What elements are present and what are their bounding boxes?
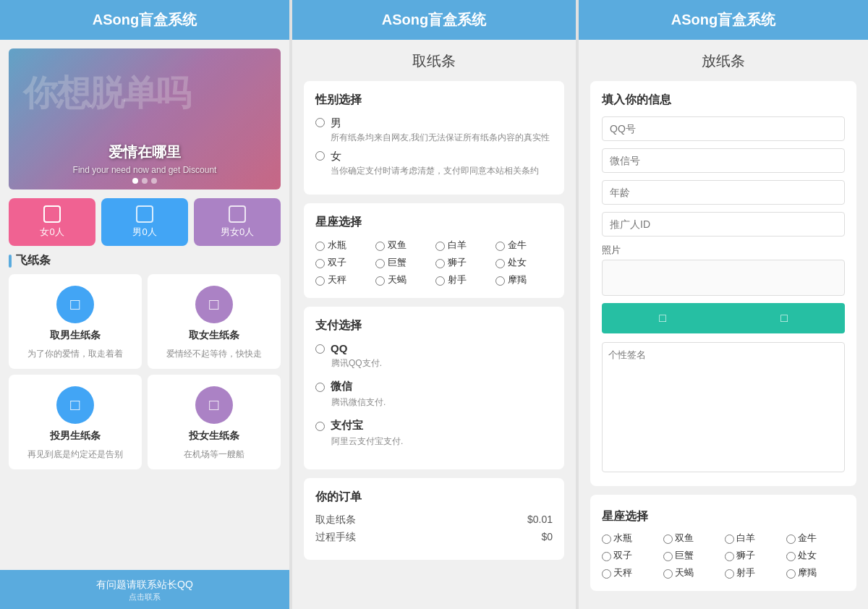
zodiac-right-radio-8[interactable] [602, 569, 611, 579]
banner-dot-2 [142, 178, 148, 184]
pay-wechat: 微信 腾讯微信支付. [315, 380, 553, 409]
zodiac-right-label-3: 金牛 [798, 532, 817, 545]
action-card-0[interactable]: □ 取男生纸条 为了你的爱情，取走着着 [9, 274, 142, 369]
age-field[interactable] [602, 180, 845, 205]
gender-female-label: 女 [331, 150, 539, 163]
zodiac-right-label-7: 处女 [798, 549, 817, 562]
zodiac-right-item-10: 射手 [725, 566, 783, 579]
left-body: 你想脱单吗 爱情在哪里 Find your need now and get D… [0, 40, 289, 570]
order-card-title: 你的订单 [315, 490, 553, 505]
btn-row: □ □ [602, 303, 845, 333]
zodiac-mid-radio-3[interactable] [495, 242, 505, 251]
zodiac-right-label-0: 水瓶 [613, 532, 632, 545]
zodiac-right-radio-1[interactable] [663, 535, 673, 544]
action-card-2[interactable]: □ 投男生纸条 再见到底是约定还是告别 [9, 375, 142, 469]
right-panel: ASong盲盒系统 放纸条 填入你的信息 照片 □ □ 星座选择 水瓶双鱼白羊金… [579, 0, 868, 609]
zodiac-right-radio-11[interactable] [786, 569, 796, 579]
stat-female-icon [43, 205, 61, 223]
stat-female[interactable]: 女0人 [9, 198, 95, 246]
gender-card-title: 性别选择 [315, 93, 553, 108]
zodiac-mid-radio-7[interactable] [495, 259, 505, 268]
pay-wechat-radio[interactable] [315, 383, 325, 392]
action-desc-2: 再见到底是约定还是告别 [27, 448, 123, 461]
zodiac-mid-radio-5[interactable] [375, 259, 385, 268]
action-grid: □ 取男生纸条 为了你的爱情，取走着着 □ 取女生纸条 爱情经不起等待，快快走 … [9, 274, 281, 469]
zodiac-right-label-4: 双子 [613, 549, 632, 562]
action-icon-0: □ [56, 286, 94, 323]
zodiac-right-radio-4[interactable] [602, 552, 611, 561]
zodiac-mid-radio-4[interactable] [315, 259, 325, 268]
zodiac-mid-item-8: 天秤 [315, 273, 373, 286]
gender-male-label-group: 男 所有纸条均来自网友,我们无法保证所有纸条内容的真实性 [331, 116, 550, 144]
zodiac-mid-item-1: 双鱼 [375, 239, 433, 252]
mid-panel: ASong盲盒系统 取纸条 性别选择 男 所有纸条均来自网友,我们无法保证所有纸… [289, 0, 579, 609]
action-icon-2: □ [56, 386, 94, 424]
btn-reset[interactable]: □ [723, 303, 845, 333]
action-title-3: 投女生纸条 [189, 430, 239, 443]
zodiac-right-radio-5[interactable] [663, 552, 673, 561]
zodiac-mid-radio-1[interactable] [375, 242, 385, 251]
left-footer[interactable]: 有问题请联系站长QQ 点击联系 [0, 570, 289, 609]
banner-dot-3 [151, 178, 157, 184]
signature-field[interactable] [602, 342, 845, 472]
order-card: 你的订单 取走纸条 $0.01 过程手续 $0 [304, 478, 564, 560]
zodiac-mid-label-5: 巨蟹 [388, 256, 407, 269]
zodiac-mid-item-9: 天蝎 [375, 273, 433, 286]
stat-both[interactable]: 男女0人 [194, 198, 281, 246]
zodiac-right-item-2: 白羊 [725, 532, 783, 545]
referral-field[interactable] [602, 212, 845, 237]
zodiac-mid-label-3: 金牛 [508, 239, 527, 252]
pay-alipay-label: 支付宝 [315, 419, 553, 433]
zodiac-mid-item-7: 处女 [495, 256, 553, 269]
zodiac-right-radio-6[interactable] [725, 552, 734, 561]
zodiac-right-item-3: 金牛 [786, 532, 845, 545]
pay-alipay-text: 支付宝 [331, 419, 363, 433]
zodiac-right-radio-3[interactable] [786, 535, 796, 544]
zodiac-right-radio-0[interactable] [602, 535, 611, 544]
stat-male[interactable]: 男0人 [101, 198, 188, 246]
zodiac-mid-radio-10[interactable] [435, 276, 445, 286]
btn-submit[interactable]: □ [602, 303, 723, 333]
action-icon-3: □ [195, 386, 233, 424]
zodiac-mid-radio-8[interactable] [315, 276, 325, 286]
zodiac-right-label-5: 巨蟹 [675, 549, 694, 562]
stat-female-label: 女0人 [40, 226, 64, 239]
gender-female-desc: 当你确定支付时请考虑清楚，支付即同意本站相关条约 [331, 165, 539, 177]
zodiac-right-item-4: 双子 [602, 549, 660, 562]
banner: 你想脱单吗 爱情在哪里 Find your need now and get D… [9, 48, 281, 189]
zodiac-grid-right: 水瓶双鱼白羊金牛双子巨蟹狮子处女天秤天蝎射手摩羯 [602, 532, 845, 579]
pay-wechat-label: 微信 [315, 380, 553, 393]
action-card-3[interactable]: □ 投女生纸条 在机场等一艘船 [148, 375, 281, 469]
zodiac-mid-radio-2[interactable] [435, 242, 445, 251]
gender-male-desc: 所有纸条均来自网友,我们无法保证所有纸条内容的真实性 [331, 132, 550, 144]
order-value-0: $0.01 [527, 514, 553, 527]
gender-male-radio[interactable] [315, 118, 325, 127]
zodiac-mid-radio-11[interactable] [495, 276, 505, 286]
zodiac-mid-label-6: 狮子 [448, 256, 467, 269]
zodiac-right-radio-9[interactable] [663, 569, 673, 579]
banner-dot-1 [132, 178, 138, 184]
pay-alipay-radio[interactable] [315, 422, 325, 431]
zodiac-right-radio-7[interactable] [786, 552, 796, 561]
zodiac-mid-radio-6[interactable] [435, 259, 445, 268]
gender-female-radio[interactable] [315, 151, 325, 161]
zodiac-mid-label-11: 摩羯 [508, 273, 527, 286]
photo-upload[interactable] [602, 260, 845, 296]
pay-qq-radio[interactable] [315, 344, 325, 354]
order-label-1: 过程手续 [315, 531, 356, 544]
zodiac-mid-radio-9[interactable] [375, 276, 385, 286]
right-header: ASong盲盒系统 [579, 0, 868, 40]
zodiac-mid-item-10: 射手 [435, 273, 493, 286]
zodiac-right-radio-10[interactable] [725, 569, 734, 579]
zodiac-right-radio-2[interactable] [725, 535, 734, 544]
zodiac-mid-radio-0[interactable] [315, 242, 325, 251]
zodiac-right-item-1: 双鱼 [663, 532, 722, 545]
qq-field[interactable] [602, 116, 845, 141]
info-card: 填入你的信息 照片 □ □ [590, 81, 856, 486]
zodiac-mid-label-8: 天秤 [328, 273, 346, 286]
stat-male-label: 男0人 [132, 226, 156, 239]
action-card-1[interactable]: □ 取女生纸条 爱情经不起等待，快快走 [148, 274, 281, 369]
wechat-field[interactable] [602, 148, 845, 173]
zodiac-mid-item-0: 水瓶 [315, 239, 373, 252]
order-row-0: 取走纸条 $0.01 [315, 514, 553, 527]
